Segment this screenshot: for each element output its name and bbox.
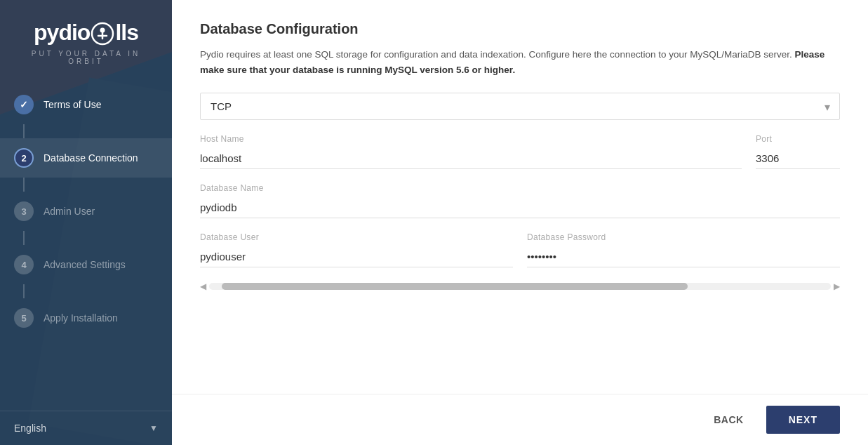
connection-type-select[interactable]: TCP Socket — [200, 93, 840, 120]
sidebar-item-terms-of-use[interactable]: ✓ Terms of Use — [0, 85, 172, 124]
nav-connector-4 — [23, 284, 25, 298]
database-name-label: Database Name — [200, 183, 840, 193]
host-port-row: Host Name Port — [200, 134, 840, 169]
sidebar-item-advanced-settings[interactable]: 4 Advanced Settings — [0, 245, 172, 284]
sidebar-item-label-3: Admin User — [44, 206, 95, 217]
nav-items: ✓ Terms of Use 2 Database Connection 3 A… — [0, 78, 172, 411]
logo-subtitle: PUT YOUR DATA IN ORBIT — [14, 50, 158, 65]
user-password-row: Database User Database Password — [200, 232, 840, 267]
step-number-2: 2 — [21, 153, 26, 164]
page-title: Database Configuration — [200, 21, 840, 37]
step-circle-2: 2 — [14, 148, 34, 168]
logo-text-2: lls — [115, 20, 138, 46]
step-circle-1: ✓ — [14, 95, 34, 114]
horizontal-scrollbar[interactable] — [209, 283, 831, 290]
sidebar-item-label-4: Advanced Settings — [44, 259, 126, 270]
logo-area: pydio lls PUT YOUR DATA IN ORBIT — [0, 0, 172, 78]
sidebar: pydio lls PUT YOUR DATA IN ORBIT ✓ Terms… — [0, 0, 172, 445]
logo: pydio lls — [34, 20, 138, 46]
back-button[interactable]: BACK — [700, 407, 757, 432]
database-name-input[interactable] — [200, 197, 840, 218]
database-password-input[interactable] — [527, 246, 840, 267]
sidebar-item-label-2: Database Connection — [44, 152, 138, 164]
scroll-area: ◀ ▶ — [200, 281, 840, 298]
database-user-label: Database User — [200, 232, 513, 242]
sidebar-item-apply-installation[interactable]: 5 Apply Installation — [0, 298, 172, 338]
host-name-input[interactable] — [200, 148, 742, 169]
checkmark-icon: ✓ — [20, 99, 28, 110]
sidebar-item-database-connection[interactable]: 2 Database Connection — [0, 138, 172, 178]
port-input[interactable] — [756, 148, 840, 169]
step-circle-5: 5 — [14, 308, 34, 328]
sidebar-item-label-1: Terms of Use — [44, 99, 101, 110]
scroll-right-icon[interactable]: ▶ — [834, 281, 840, 291]
step-circle-4: 4 — [14, 255, 34, 274]
scrollbar-thumb — [222, 283, 688, 290]
main-content: Database Configuration Pydio requires at… — [172, 0, 868, 445]
connection-type-field: TCP Socket ▾ — [200, 93, 840, 120]
port-field: Port — [756, 134, 840, 169]
language-selector[interactable]: English ▼ — [0, 411, 172, 445]
nav-connector-3 — [23, 231, 25, 245]
sidebar-item-label-5: Apply Installation — [44, 312, 118, 324]
step-number-4: 4 — [21, 260, 26, 270]
content-footer: BACK NEXT — [172, 394, 868, 445]
database-user-input[interactable] — [200, 246, 513, 267]
database-password-field: Database Password — [527, 232, 840, 267]
host-name-field: Host Name — [200, 134, 742, 169]
step-number-3: 3 — [21, 206, 26, 217]
description-text: Pydio requires at least one SQL storage … — [200, 49, 794, 60]
step-circle-3: 3 — [14, 201, 34, 221]
step-number-5: 5 — [21, 313, 26, 324]
host-name-label: Host Name — [200, 134, 742, 144]
logo-text-1: pydio — [34, 20, 90, 46]
database-user-field: Database User — [200, 232, 513, 267]
database-password-label: Database Password — [527, 232, 840, 242]
nav-connector-2 — [23, 178, 25, 192]
next-button[interactable]: NEXT — [766, 406, 840, 434]
port-label: Port — [756, 134, 840, 144]
description: Pydio requires at least one SQL storage … — [200, 47, 840, 77]
language-label: English — [14, 423, 46, 434]
scroll-left-icon[interactable]: ◀ — [200, 281, 206, 291]
sidebar-item-admin-user[interactable]: 3 Admin User — [0, 192, 172, 231]
nav-connector-1 — [23, 124, 25, 138]
chevron-down-icon: ▼ — [149, 423, 158, 433]
database-name-field: Database Name — [200, 183, 840, 218]
database-name-row: Database Name — [200, 183, 840, 218]
app-container: pydio lls PUT YOUR DATA IN ORBIT ✓ Terms… — [0, 0, 868, 445]
logo-icon — [91, 22, 114, 46]
content-body: Database Configuration Pydio requires at… — [172, 0, 868, 394]
